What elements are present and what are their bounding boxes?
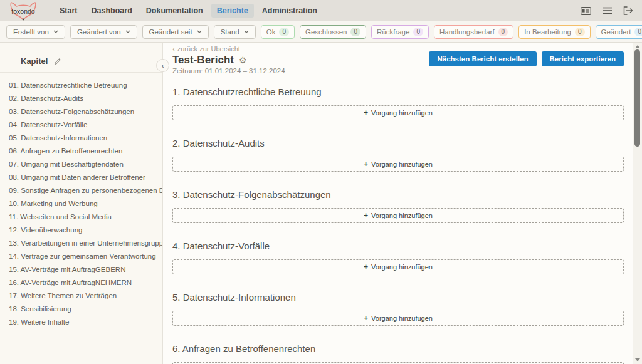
sidebar-item-kapitel-17[interactable]: 17. Weitere Themen zu Verträgen: [0, 289, 162, 302]
status-badge-geschlossen[interactable]: Geschlossen 0: [300, 25, 366, 39]
report-actions: Nächsten Bericht erstellen Bericht expor…: [429, 45, 624, 75]
vertical-scrollbar[interactable]: [633, 43, 642, 364]
scroll-up-arrow[interactable]: [635, 45, 640, 48]
status-badge-label: Geändert: [601, 28, 631, 36]
section-heading: 2. Datenschutz-Audits: [172, 137, 624, 149]
sidebar-title: Kapitel: [21, 56, 48, 66]
filter-dropdown-stand[interactable]: Stand: [214, 25, 256, 39]
dropdown-label: Geändert von: [77, 28, 121, 36]
sidebar-item-kapitel-10[interactable]: 10. Marketing und Werbung: [0, 197, 162, 210]
id-card-icon[interactable]: [581, 7, 591, 15]
menu-icon[interactable]: [603, 7, 612, 14]
sidebar-item-kapitel-05[interactable]: 05. Datenschutz-Informationen: [0, 131, 162, 144]
add-vorgang-button-5[interactable]: + Vorgang hinzufügen: [172, 311, 624, 326]
foxondo-logo[interactable]: foxondo: [9, 1, 38, 21]
report-section-3: 3. Datenschutz-Folgenabschätzungen + Vor…: [172, 189, 624, 223]
sidebar-header: Kapitel: [0, 43, 162, 73]
status-badge-label: Rückfrage: [377, 28, 409, 36]
filter-dropdown-geaendert-von[interactable]: Geändert von: [70, 25, 137, 39]
plus-icon: +: [364, 160, 368, 169]
fox-icon: foxondo: [9, 1, 38, 21]
add-vorgang-label: Vorgang hinzufügen: [371, 109, 433, 117]
status-badge-rueckfrage[interactable]: Rückfrage 0: [371, 25, 429, 39]
sidebar-item-kapitel-03[interactable]: 03. Datenschutz-Folgenabschätzungen: [0, 105, 162, 118]
report-section-5: 5. Datenschutz-Informationen + Vorgang h…: [172, 291, 624, 326]
create-next-report-button[interactable]: Nächsten Bericht erstellen: [429, 51, 536, 66]
back-to-overview-link[interactable]: ‹ zurück zur Übersicht: [172, 45, 285, 53]
report-section-6: 6. Anfragen zu Betroffenenrechten + Vorg…: [172, 343, 624, 364]
chevron-down-icon: [53, 30, 58, 33]
filter-dropdown-erstellt-von[interactable]: Erstellt von: [6, 25, 65, 39]
status-badge-in-bearbeitung[interactable]: In Bearbeitung 0: [518, 25, 590, 39]
status-filter-group: Ok 0 Geschlossen 0 Rückfrage 0 Handlungs…: [261, 25, 642, 39]
status-badge-label: Ok: [266, 28, 276, 36]
report-main: ‹ zurück zur Übersicht Test-Bericht ⚙ Ze…: [163, 43, 642, 364]
chevron-down-icon: [125, 30, 130, 33]
report-header-meta: ‹ zurück zur Übersicht Test-Bericht ⚙ Ze…: [172, 45, 285, 75]
chapter-list: 01. Datenschutzrechtliche Betreuung 02. …: [0, 73, 162, 334]
section-heading: 1. Datenschutzrechtliche Betreuung: [172, 86, 624, 98]
status-badge-label: Geschlossen: [305, 28, 347, 36]
status-badge-ok[interactable]: Ok 0: [261, 25, 295, 39]
sidebar-item-kapitel-14[interactable]: 14. Verträge zur gemeinsamen Verantwortu…: [0, 249, 162, 263]
status-badge-geaendert[interactable]: Geändert 0: [596, 25, 642, 39]
sidebar-item-kapitel-11[interactable]: 11. Webseiten und Social Media: [0, 210, 162, 223]
sidebar-item-kapitel-16[interactable]: 16. AV-Verträge mit AuftragNEHMERN: [0, 276, 162, 289]
status-badge-count: 0: [634, 28, 642, 36]
export-report-button[interactable]: Bericht exportieren: [542, 51, 624, 66]
filter-dropdown-geaendert-seit[interactable]: Geändert seit: [142, 25, 209, 39]
add-vorgang-button-1[interactable]: + Vorgang hinzufügen: [172, 105, 624, 120]
report-section-4: 4. Datenschutz-Vorfälle + Vorgang hinzuf…: [172, 240, 624, 274]
status-badge-handlungsbedarf[interactable]: Handlungsbedarf 0: [434, 25, 513, 39]
sidebar-item-kapitel-15[interactable]: 15. AV-Verträge mit AuftragGEBERN: [0, 263, 162, 276]
content-layout: Kapitel ‹ 01. Datenschutzrechtliche Betr…: [0, 43, 642, 364]
nav-item-start[interactable]: Start: [54, 4, 83, 18]
report-timeframe: Zeitraum: 01.01.2024 – 31.12.2024: [172, 67, 285, 75]
add-vorgang-button-3[interactable]: + Vorgang hinzufügen: [172, 208, 624, 223]
nav-item-berichte[interactable]: Berichte: [211, 4, 254, 18]
chapter-sidebar: Kapitel ‹ 01. Datenschutzrechtliche Betr…: [0, 43, 163, 364]
add-vorgang-label: Vorgang hinzufügen: [371, 212, 433, 219]
chevron-down-icon: [197, 30, 202, 33]
status-badge-count: 0: [498, 28, 508, 36]
nav-item-dashboard[interactable]: Dashboard: [85, 4, 137, 18]
sidebar-item-kapitel-18[interactable]: 18. Sensibilisierung: [0, 302, 162, 315]
sidebar-item-kapitel-13[interactable]: 13. Verarbeitungen in einer Unternehmens…: [0, 236, 162, 249]
plus-icon: +: [364, 211, 368, 220]
add-vorgang-button-4[interactable]: + Vorgang hinzufügen: [172, 259, 624, 274]
scroll-down-arrow[interactable]: [635, 358, 640, 361]
scrollbar-thumb[interactable]: [634, 49, 640, 147]
plus-icon: +: [364, 314, 368, 323]
dropdown-label: Stand: [221, 28, 239, 36]
page-title: Test-Bericht: [172, 54, 234, 66]
report-section-2: 2. Datenschutz-Audits + Vorgang hinzufüg…: [172, 137, 624, 172]
main-navigation: Start Dashboard Dokumentation Berichte A…: [54, 4, 323, 18]
sidebar-item-kapitel-19[interactable]: 19. Weitere Inhalte: [0, 315, 162, 328]
plus-icon: +: [364, 263, 368, 271]
sidebar-item-kapitel-06[interactable]: 06. Anfragen zu Betroffenenrechten: [0, 144, 162, 157]
gear-icon[interactable]: ⚙: [239, 55, 247, 65]
sidebar-collapse-button[interactable]: ‹: [156, 59, 169, 72]
sidebar-item-kapitel-01[interactable]: 01. Datenschutzrechtliche Betreuung: [0, 78, 162, 91]
section-heading: 4. Datenschutz-Vorfälle: [172, 240, 624, 252]
breadcrumb-label: zurück zur Übersicht: [177, 45, 240, 53]
svg-text:foxondo: foxondo: [11, 7, 35, 14]
add-vorgang-label: Vorgang hinzufügen: [371, 315, 433, 322]
section-heading: 3. Datenschutz-Folgenabschätzungen: [172, 189, 624, 200]
sidebar-item-kapitel-04[interactable]: 04. Datenschutz-Vorfälle: [0, 118, 162, 131]
sidebar-item-kapitel-12[interactable]: 12. Videoüberwachung: [0, 223, 162, 236]
section-heading: 5. Datenschutz-Informationen: [172, 291, 624, 303]
sidebar-item-kapitel-02[interactable]: 02. Datenschutz-Audits: [0, 91, 162, 105]
chevron-down-icon: [244, 30, 249, 33]
status-badge-count: 0: [279, 28, 289, 36]
add-vorgang-button-2[interactable]: + Vorgang hinzufügen: [172, 157, 624, 172]
nav-item-administration[interactable]: Administration: [256, 4, 323, 18]
sidebar-item-kapitel-07[interactable]: 07. Umgang mit Beschäftigtendaten: [0, 157, 162, 170]
filter-bar: Erstellt von Geändert von Geändert seit …: [0, 21, 642, 43]
nav-item-dokumentation[interactable]: Dokumentation: [140, 4, 209, 18]
sidebar-item-kapitel-09[interactable]: 09. Sonstige Anfragen zu personenbezogen…: [0, 184, 162, 197]
sidebar-item-kapitel-08[interactable]: 08. Umgang mit Daten anderer Betroffener: [0, 170, 162, 184]
edit-pencil-icon[interactable]: [54, 58, 61, 65]
logout-icon[interactable]: [623, 6, 633, 15]
dropdown-label: Erstellt von: [13, 28, 49, 36]
